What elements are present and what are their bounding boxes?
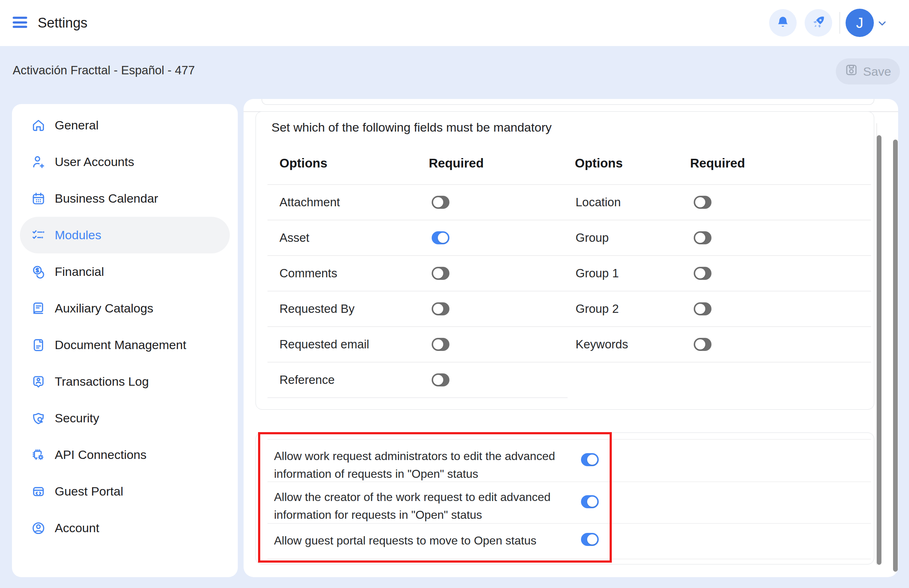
row-divider <box>268 439 871 440</box>
field-label: Attachment <box>279 194 340 210</box>
row-divider <box>268 362 871 362</box>
request-permissions-card: Allow work request administrators to edi… <box>255 433 874 564</box>
notifications-button[interactable] <box>769 9 797 37</box>
outer-scrollbar-thumb[interactable] <box>893 140 898 572</box>
coins-icon <box>31 264 46 279</box>
column-header-required-right: Required <box>690 156 745 170</box>
sidebar-item-label: Transactions Log <box>55 375 149 389</box>
floppy-disk-icon <box>844 63 858 80</box>
sidebar-item-label: API Connections <box>55 448 147 462</box>
book-icon <box>31 301 46 316</box>
toggle-location[interactable] <box>694 196 712 209</box>
field-label: Asset <box>279 230 310 246</box>
sidebar-item-business-calendar[interactable]: Business Calendar <box>20 180 230 217</box>
row-divider <box>268 481 871 482</box>
rocket-icon <box>811 14 827 32</box>
field-label: Reference <box>279 372 334 388</box>
toggle-keywords[interactable] <box>694 338 712 351</box>
toggle-comments[interactable] <box>432 267 449 280</box>
row-divider <box>268 255 871 256</box>
checklist-icon <box>31 228 46 243</box>
settings-content: Set which of the following fields must b… <box>244 99 898 577</box>
sidebar-item-document-management[interactable]: Document Management <box>20 326 230 363</box>
sidebar-item-label: Financial <box>55 265 104 279</box>
card-code-icon <box>31 484 46 499</box>
field-label: Comments <box>279 265 337 281</box>
sidebar-item-label: Auxiliary Catalogs <box>55 301 153 315</box>
toggle-requested-by[interactable] <box>432 302 449 315</box>
user-circle-icon <box>31 520 46 536</box>
document-icon <box>31 338 46 353</box>
sidebar-item-auxiliary-catalogs[interactable]: Auxiliary Catalogs <box>20 290 230 326</box>
row-divider <box>268 291 871 291</box>
sidebar-item-security[interactable]: Security <box>20 400 230 436</box>
avatar[interactable]: J <box>846 9 874 37</box>
toggle-group[interactable] <box>694 231 712 244</box>
permission-label: Allow guest portal requests to move to O… <box>274 532 571 549</box>
sidebar-item-financial[interactable]: Financial <box>20 254 230 290</box>
column-header-required-left: Required <box>429 156 484 170</box>
toggle-guest-portal-open[interactable] <box>581 533 599 546</box>
mandatory-fields-title: Set which of the following fields must b… <box>271 120 552 134</box>
sidebar-item-label: User Accounts <box>55 155 134 169</box>
row-divider <box>268 184 871 185</box>
save-button[interactable]: Save <box>836 58 900 84</box>
field-label: Keywords <box>576 336 628 352</box>
permission-label: Allow the creator of the work request to… <box>274 488 571 524</box>
inner-scrollbar-thumb[interactable] <box>877 135 882 565</box>
permission-label: Allow work request administrators to edi… <box>274 447 571 483</box>
toggle-group-2[interactable] <box>694 302 712 315</box>
save-label: Save <box>863 65 891 79</box>
toggle-reference[interactable] <box>432 373 449 386</box>
whats-new-button[interactable] <box>805 9 832 37</box>
sidebar-item-api-connections[interactable]: API Connections <box>20 436 230 473</box>
sidebar-item-label: Document Management <box>55 338 186 352</box>
sidebar-item-guest-portal[interactable]: Guest Portal <box>20 473 230 510</box>
shield-icon <box>31 411 46 426</box>
sidebar-item-modules[interactable]: Modules <box>20 217 230 254</box>
topbar-divider <box>840 12 840 34</box>
row-divider <box>268 559 871 559</box>
row-divider <box>268 397 568 398</box>
sidebar-item-label: General <box>55 118 98 132</box>
sidebar-item-account[interactable]: Account <box>20 510 230 546</box>
column-header-options-left: Options <box>279 156 327 170</box>
field-label: Location <box>576 194 621 210</box>
sidebar-item-label: Account <box>55 521 99 535</box>
sidebar-item-label: Business Calendar <box>55 191 158 205</box>
toggle-group-1[interactable] <box>694 267 712 280</box>
home-icon <box>31 118 46 133</box>
field-label: Group 2 <box>576 301 619 317</box>
sidebar-item-label: Guest Portal <box>55 484 123 498</box>
sidebar-item-general[interactable]: General <box>20 107 230 144</box>
field-label: Requested email <box>279 336 369 352</box>
chevron-down-icon[interactable] <box>877 18 888 31</box>
id-badge-icon <box>31 374 46 389</box>
settings-sidebar: General User Accounts <box>12 104 238 577</box>
breadcrumb: Activación Fracttal - Español - 477 <box>13 63 195 77</box>
toggle-admin-edit-open[interactable] <box>581 453 599 466</box>
row-divider <box>268 220 871 220</box>
calendar-icon <box>31 191 46 206</box>
field-label: Group 1 <box>576 265 619 281</box>
user-plus-icon <box>31 154 46 170</box>
chip-gear-icon <box>31 447 46 462</box>
toggle-requested-email[interactable] <box>432 338 449 351</box>
settings-page: Settings J <box>0 0 909 588</box>
row-divider <box>268 523 871 524</box>
avatar-initial: J <box>856 15 863 31</box>
sidebar-item-transactions-log[interactable]: Transactions Log <box>20 363 230 400</box>
top-bar: Settings J <box>0 0 909 46</box>
column-header-options-right: Options <box>575 156 623 170</box>
field-label: Requested By <box>279 301 354 317</box>
field-label: Group <box>576 230 609 246</box>
page-title: Settings <box>38 15 87 31</box>
menu-icon[interactable] <box>13 17 27 29</box>
previous-section-card-edge <box>262 99 874 105</box>
toggle-creator-edit-open[interactable] <box>581 495 599 508</box>
sidebar-item-label: Modules <box>55 228 102 242</box>
toggle-asset[interactable] <box>432 231 449 244</box>
mandatory-fields-card: Set which of the following fields must b… <box>255 111 874 410</box>
toggle-attachment[interactable] <box>432 196 449 209</box>
sidebar-item-user-accounts[interactable]: User Accounts <box>20 144 230 180</box>
